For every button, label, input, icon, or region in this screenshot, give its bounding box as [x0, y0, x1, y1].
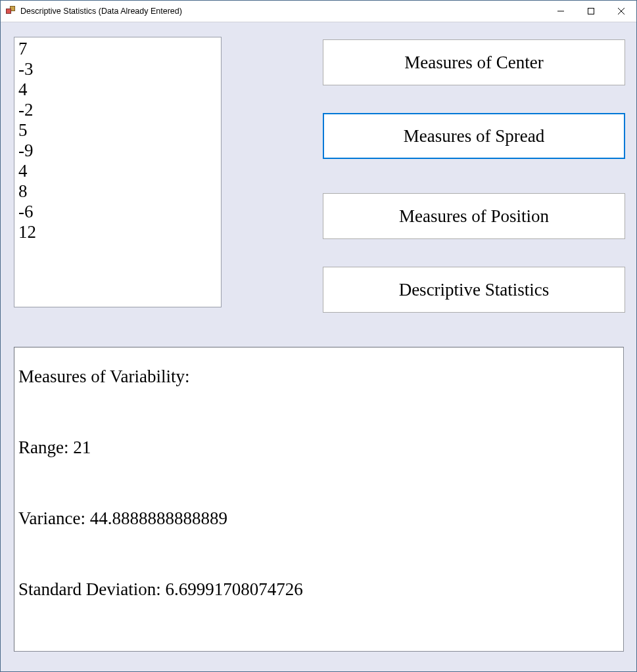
list-item[interactable]: -9 — [18, 141, 217, 161]
close-icon — [618, 8, 625, 14]
list-item[interactable]: 4 — [18, 161, 217, 181]
client-area: 7 -3 4 -2 5 -9 4 8 -6 12 Measures of Cen… — [1, 22, 636, 671]
output-textbox[interactable]: Measures of Variability: Range: 21 Varia… — [14, 347, 624, 652]
measures-of-position-button[interactable]: Measures of Position — [323, 193, 625, 239]
titlebar[interactable]: Descriptive Statistics (Data Already Ent… — [1, 1, 636, 22]
measures-of-center-button[interactable]: Measures of Center — [323, 39, 625, 85]
output-heading: Measures of Variability: — [18, 368, 619, 386]
app-icon — [6, 6, 16, 16]
button-label: Descriptive Statistics — [399, 280, 550, 300]
output-stddev: Standard Deviation: 6.69991708074726 — [18, 581, 619, 598]
list-item[interactable]: 4 — [18, 79, 217, 100]
list-item[interactable]: -2 — [18, 100, 217, 120]
svg-rect-1 — [588, 9, 594, 14]
output-range: Range: 21 — [18, 439, 619, 457]
list-item[interactable]: 7 — [18, 39, 217, 59]
maximize-icon — [588, 8, 594, 14]
list-item[interactable]: 8 — [18, 181, 217, 202]
output-variance: Variance: 44.8888888888889 — [18, 510, 619, 527]
measures-of-spread-button[interactable]: Measures of Spread — [323, 113, 625, 159]
close-button[interactable] — [606, 1, 636, 22]
descriptive-statistics-button[interactable]: Descriptive Statistics — [323, 267, 625, 313]
minimize-button[interactable] — [546, 1, 576, 22]
list-item[interactable]: 5 — [18, 120, 217, 141]
list-item[interactable]: 12 — [18, 222, 217, 242]
list-item[interactable]: -3 — [18, 59, 217, 79]
button-label: Measures of Center — [404, 53, 543, 73]
list-item[interactable]: -6 — [18, 202, 217, 222]
maximize-button[interactable] — [576, 1, 606, 22]
data-listbox[interactable]: 7 -3 4 -2 5 -9 4 8 -6 12 — [14, 37, 222, 307]
window-title: Descriptive Statistics (Data Already Ent… — [20, 7, 182, 16]
app-window: Descriptive Statistics (Data Already Ent… — [0, 0, 637, 672]
button-label: Measures of Position — [399, 206, 549, 227]
button-label: Measures of Spread — [404, 126, 544, 146]
minimize-icon — [557, 8, 564, 14]
